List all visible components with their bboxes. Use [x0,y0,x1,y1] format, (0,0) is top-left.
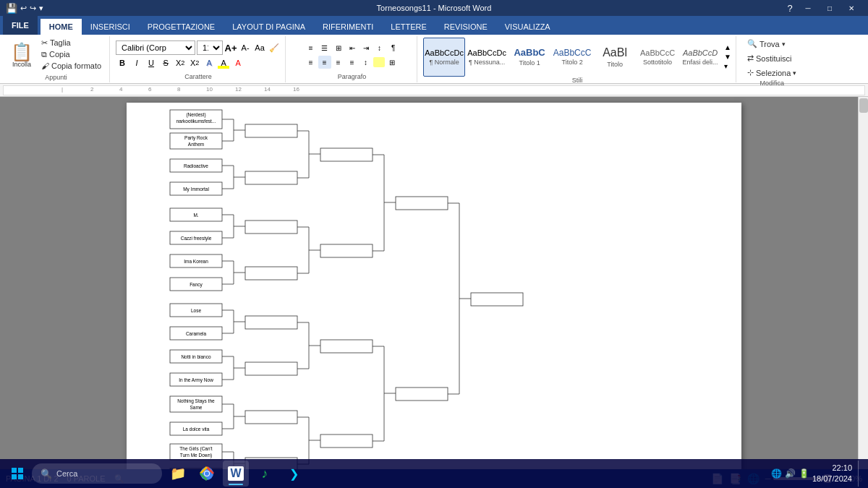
decrease-indent-button[interactable]: ⇤ [346,41,359,54]
search-icon: 🔍 [747,39,757,48]
shading-button[interactable] [373,57,385,67]
svg-text:La dolce vita: La dolce vita [183,427,210,432]
bullets-button[interactable]: ≡ [305,41,318,54]
borders-button[interactable]: ⊞ [386,56,399,69]
tab-progettazione[interactable]: PROGETTAZIONE [139,19,224,35]
align-center-button[interactable]: ≡ [318,56,331,69]
tab-lettere[interactable]: LETTERE [382,19,435,35]
tab-inserisci[interactable]: INSERISCI [82,19,139,35]
svg-rect-45 [245,171,297,184]
svg-text:The Girls (Can't: The Girls (Can't [179,446,213,452]
align-left-button[interactable]: ≡ [305,56,318,69]
style-emphasis[interactable]: AaBbCcD Enfasi deli... [679,38,721,77]
styles-group: AaBbCcDc ¶ Normale AaBbCcDc ¶ Nessuna...… [419,36,736,82]
copy-button[interactable]: ⧉ Copia [38,49,105,60]
style-heading1[interactable]: AaBbC Titolo 1 [509,38,550,77]
taskbar-file-explorer[interactable]: 📁 [165,461,191,487]
tray-battery-icon[interactable]: 🔋 [799,468,809,479]
subscript-button[interactable]: X2 [174,56,187,69]
svg-text:Lose: Lose [191,308,201,313]
tab-riferimenti[interactable]: RIFERIMENTI [314,19,382,35]
search-placeholder: Cerca [56,469,77,478]
svg-text:Cazzi freestyle: Cazzi freestyle [181,236,212,241]
tab-layout[interactable]: LAYOUT DI PAGINA [224,19,314,35]
seleziona-button[interactable]: ⊹ Seleziona ▾ [742,67,801,80]
title-bar: 💾 ↩ ↪ ▾ Torneosongs11 - Microsoft Word ?… [0,0,868,16]
change-case-button[interactable]: Aa [253,41,266,54]
svg-rect-114 [18,474,23,479]
ribbon-body: 📋 Incolla ✂ Taglia ⧉ Copia 🖌 Copia forma… [0,35,868,84]
close-button[interactable]: ✕ [841,0,862,16]
svg-rect-80 [320,148,373,161]
svg-text:narkootikumsfest...: narkootikumsfest... [176,119,216,124]
taskbar-spotify[interactable]: ♪ [252,461,278,487]
justify-button[interactable]: ≡ [346,56,359,69]
taskbar: 🔍 Cerca 📁 W ♪ ❯ 🌐 🔊 🔋 22:10 18/07/2024 [0,459,868,488]
paste-button[interactable]: 📋 Incolla [7,38,36,74]
tray-volume-icon[interactable]: 🔊 [785,468,796,479]
styles-scroll-up[interactable]: ▲ [724,43,731,51]
style-normal[interactable]: AaBbCcDc ¶ Normale [423,38,465,77]
sostituisci-button[interactable]: ⇄ Sostituisci [742,52,801,65]
trova-button[interactable]: 🔍 Trova ▾ [742,38,801,51]
help-button[interactable]: ? [783,0,797,16]
quick-access-redo[interactable]: ↪ [30,4,36,13]
numbering-button[interactable]: ☰ [318,41,331,54]
paragraph-label: Paragrafo [338,73,367,81]
quick-access-undo[interactable]: ↩ [20,4,27,13]
tab-file[interactable]: FILE [3,16,38,35]
word-icon: W [228,466,243,481]
style-heading2[interactable]: AaBbCcC Titolo 2 [551,38,593,77]
taskbar-terminal[interactable]: ❯ [281,461,307,487]
windows-start-button[interactable] [6,462,29,485]
vertical-scrollbar[interactable] [858,97,868,469]
show-desktop-button[interactable] [858,461,862,487]
increase-indent-button[interactable]: ⇥ [359,41,373,54]
align-right-button[interactable]: ≡ [332,56,345,69]
svg-text:In the Army Now: In the Army Now [179,377,213,383]
font-color-button[interactable]: A [231,56,244,69]
clear-format-button[interactable]: 🧹 [268,41,281,54]
styles-scroll-down[interactable]: ▼ [724,53,731,61]
styles-more[interactable]: ▾ [724,62,731,70]
svg-point-117 [205,471,209,476]
multilevel-button[interactable]: ⊞ [332,41,345,54]
restore-button[interactable]: □ [819,0,841,16]
font-size-select[interactable]: 11 [197,40,223,55]
scrollbar-thumb[interactable] [859,98,868,113]
font-name-select[interactable]: Calibri (Corp [116,40,195,55]
strikethrough-button[interactable]: S [159,56,172,69]
document-page[interactable]: (Nerdest) narkootikumsfest... Party Rock… [127,103,741,469]
tab-home[interactable]: HOME [41,19,82,35]
quick-access-more[interactable]: ▾ [39,4,43,13]
system-clock[interactable]: 22:10 18/07/2024 [812,463,852,485]
tab-revisione[interactable]: REVISIONE [435,19,496,35]
underline-button[interactable]: U [145,56,158,69]
taskbar-word[interactable]: W [223,461,249,487]
format-painter-icon: 🖌 [41,61,49,70]
style-title[interactable]: AaBl Titolo [594,38,636,77]
svg-text:Ima Korean: Ima Korean [184,259,208,264]
italic-button[interactable]: I [130,56,143,69]
font-shrink-button[interactable]: A- [239,41,252,54]
text-effects-button[interactable]: A [203,56,216,69]
style-no-spacing[interactable]: AaBbCcDc ¶ Nessuna... [466,38,508,77]
minimize-button[interactable]: ─ [797,0,819,16]
tab-visualizza[interactable]: VISUALIZZA [496,19,559,35]
font-label: Carattere [184,73,212,81]
cut-button[interactable]: ✂ Taglia [38,38,105,48]
svg-rect-60 [245,316,297,329]
taskbar-chrome[interactable] [194,461,220,487]
font-grow-button[interactable]: A+ [224,41,237,54]
text-highlight-button[interactable]: A [217,56,230,69]
show-marks-button[interactable]: ¶ [387,41,400,54]
style-subtitle[interactable]: AaBbCcC Sottotitolo [637,38,678,77]
line-spacing-button[interactable]: ↕ [359,56,373,69]
sort-button[interactable]: ↕ [373,41,386,54]
superscript-button[interactable]: X2 [188,56,201,69]
tray-network-icon[interactable]: 🌐 [771,468,782,479]
terminal-icon: ❯ [289,467,299,481]
taskbar-search-box[interactable]: 🔍 Cerca [32,463,162,484]
bold-button[interactable]: B [116,56,129,69]
format-painter-button[interactable]: 🖌 Copia formato [38,61,105,72]
